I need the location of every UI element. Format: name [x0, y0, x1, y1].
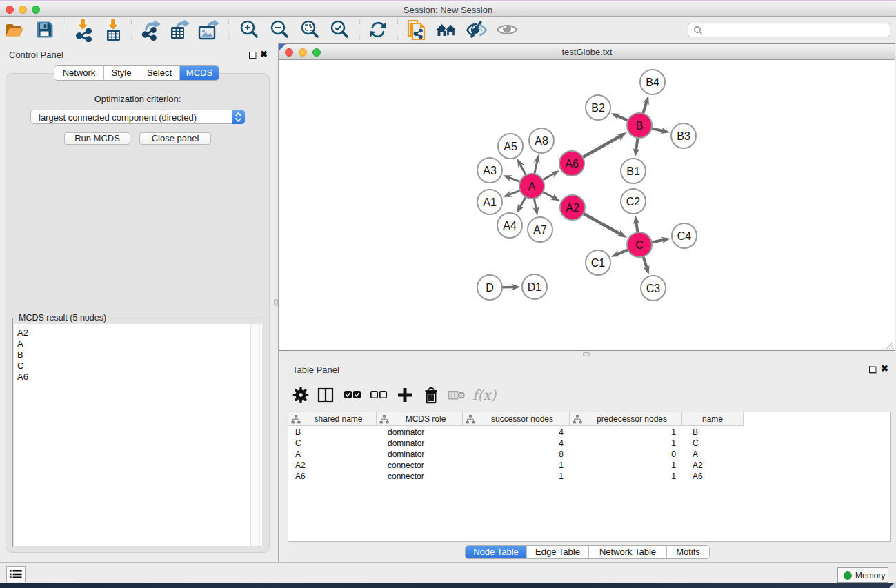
graph-node-C4[interactable]: C4 [672, 223, 697, 248]
graph-edge-B-B3[interactable] [652, 128, 670, 134]
graph-edge-A-A5[interactable] [517, 159, 526, 175]
control-panel-close-button[interactable]: ✖ [260, 50, 268, 59]
select-all-icon[interactable] [344, 386, 361, 404]
graph-edge-B-B2[interactable] [611, 113, 628, 121]
table-row-b[interactable]: Bdominator41B [288, 427, 892, 438]
graph-node-C2[interactable]: C2 [621, 189, 646, 214]
import-network-icon[interactable] [72, 17, 94, 42]
zoom-fit-icon[interactable] [299, 19, 321, 41]
graph-edge-A-A2[interactable] [543, 192, 560, 201]
graph-edge-C-C4[interactable] [652, 237, 670, 243]
import-table-icon[interactable] [102, 17, 124, 42]
tab-network[interactable]: Network [54, 66, 104, 80]
table-panel-close-button[interactable]: ✖ [881, 365, 888, 373]
graph-edge-C-C2[interactable] [633, 215, 640, 232]
show-details-icon[interactable] [496, 19, 518, 41]
graph-node-A6[interactable]: A6 [559, 151, 584, 176]
vertical-splitter-handle[interactable] [274, 299, 278, 306]
split-panel-icon[interactable] [317, 386, 335, 404]
control-panel-float-button[interactable] [249, 52, 256, 59]
open-session-icon[interactable] [3, 19, 26, 41]
network-canvas[interactable]: AA6A2BCA1A3A5A8A4A7B1B2B3B4C1C2C3C4DD1 [279, 61, 895, 350]
clone-network-icon[interactable] [406, 19, 428, 41]
column-header-predecessor-nodes[interactable]: predecessor nodes [570, 412, 682, 426]
graph-node-B1[interactable]: B1 [621, 159, 646, 183]
zoom-selected-icon[interactable] [328, 19, 350, 41]
graph-node-A8[interactable]: A8 [529, 128, 554, 153]
graph-node-A7[interactable]: A7 [528, 217, 552, 242]
column-header-name[interactable]: name [682, 412, 744, 426]
save-session-icon[interactable] [34, 19, 56, 41]
refresh-icon[interactable] [367, 19, 389, 41]
show-all-views-icon[interactable] [435, 19, 457, 41]
tab-node-table[interactable]: Node Table [466, 546, 527, 558]
add-column-icon[interactable] [396, 386, 414, 404]
graph-edge-C-C3[interactable] [643, 256, 649, 274]
graph-node-C1[interactable]: C1 [586, 250, 610, 275]
criterion-dropdown[interactable]: largest connected component (directed) [30, 110, 245, 124]
search-field[interactable] [688, 23, 890, 37]
tab-mcds[interactable]: MCDS [180, 66, 219, 80]
column-header-MCDS-role[interactable]: MCDS role [377, 412, 463, 426]
table-row-a[interactable]: Adominator80A [288, 449, 892, 460]
graph-edge-A-A4[interactable] [517, 197, 526, 213]
tab-motifs[interactable]: Motifs [667, 546, 709, 558]
graph-edge-D-D1[interactable] [502, 284, 521, 291]
graph-node-A5[interactable]: A5 [498, 134, 523, 159]
graph-node-B3[interactable]: B3 [671, 123, 696, 148]
graph-edge-B-B4[interactable] [643, 96, 649, 114]
export-network-icon[interactable] [140, 19, 162, 41]
result-list-scrollbar[interactable] [250, 324, 260, 546]
graph-edge-A-A7[interactable] [532, 199, 539, 216]
graph-node-B2[interactable]: B2 [586, 95, 610, 120]
graph-node-C[interactable]: C [627, 232, 652, 257]
window-resize-grip[interactable] [884, 340, 894, 349]
deselect-all-icon[interactable] [370, 386, 388, 404]
table-row-c[interactable]: Cdominator41C [288, 438, 892, 449]
graph-node-A4[interactable]: A4 [497, 213, 522, 238]
column-header-shared-name[interactable]: shared name [288, 412, 377, 426]
table-panel-float-button[interactable] [869, 366, 876, 373]
table-row-a2[interactable]: A2connector11A2 [288, 460, 892, 471]
table-row-a6[interactable]: A6connector11A6 [288, 471, 892, 482]
result-item-a6[interactable]: A6 [14, 372, 248, 383]
graph-node-A3[interactable]: A3 [477, 158, 502, 183]
graph-edge-A-A6[interactable] [543, 170, 560, 180]
graph-node-D1[interactable]: D1 [522, 274, 547, 299]
network-window-titlebar[interactable]: testGlobe.txt [279, 44, 895, 60]
graph-edge-A6-B[interactable] [583, 132, 627, 157]
criterion-dropdown-spinner[interactable] [232, 110, 245, 124]
memory-button[interactable]: Memory [837, 567, 888, 583]
mcds-result-list[interactable]: A2ABCA6 [14, 324, 262, 546]
graph-edge-A-A1[interactable] [503, 190, 520, 196]
zoom-out-icon[interactable] [268, 19, 290, 41]
delete-column-icon[interactable] [422, 386, 440, 404]
delete-table-icon[interactable] [448, 386, 466, 404]
tab-network-table[interactable]: Network Table [589, 546, 667, 558]
column-header-successor-nodes[interactable]: successor nodes [463, 412, 570, 426]
graph-node-A2[interactable]: A2 [560, 195, 585, 220]
export-table-icon[interactable] [168, 19, 190, 41]
task-history-button[interactable] [6, 566, 26, 582]
function-builder-icon[interactable]: f(x) [472, 387, 496, 405]
graph-edge-A-A3[interactable] [503, 175, 520, 181]
graph-node-B[interactable]: B [627, 113, 652, 138]
horizontal-splitter-handle[interactable] [583, 352, 590, 356]
graph-node-D[interactable]: D [477, 275, 502, 300]
graph-edge-A-A8[interactable] [533, 154, 539, 174]
graph-node-A[interactable]: A [519, 174, 544, 199]
graph-edge-A2-C[interactable] [584, 214, 627, 238]
graph-node-B4[interactable]: B4 [640, 70, 665, 94]
graph-node-A1[interactable]: A1 [477, 190, 502, 214]
graph-edge-C-C1[interactable] [611, 250, 628, 257]
search-input[interactable] [705, 24, 884, 36]
tab-edge-table[interactable]: Edge Table [527, 546, 589, 558]
hide-details-icon[interactable] [466, 19, 488, 41]
run-mcds-button[interactable]: Run MCDS [64, 132, 130, 145]
gear-icon[interactable] [292, 386, 310, 404]
zoom-in-icon[interactable] [238, 19, 260, 41]
tab-select[interactable]: Select [139, 66, 180, 80]
result-item-c[interactable]: C [14, 361, 248, 372]
close-panel-button[interactable]: Close panel [139, 132, 211, 145]
result-item-b[interactable]: B [14, 349, 248, 361]
